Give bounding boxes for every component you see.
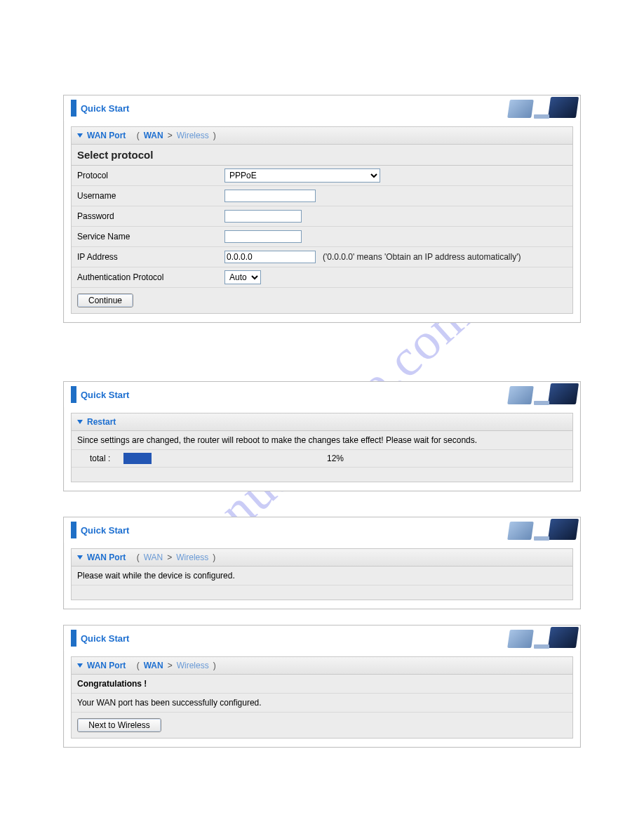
ip-address-input[interactable] [224,251,316,263]
chevron-down-icon [77,420,83,424]
panel-header: Quick Start [64,517,580,543]
breadcrumb-wan[interactable]: WAN [144,131,163,140]
breadcrumb-wireless[interactable]: Wireless [176,552,208,562]
label-username: Username [77,191,224,201]
header-accent [71,100,76,117]
breadcrumb-separator: > [167,552,172,562]
section-header: Restart [72,413,572,431]
auth-protocol-select[interactable]: Auto [224,270,261,284]
configuring-message: Please wait while the device is configur… [72,567,572,585]
breadcrumb-wireless[interactable]: Wireless [177,131,209,140]
progress-label: total : [77,454,123,463]
protocol-select[interactable]: PPPoE [224,168,380,183]
restart-message: Since settings are changed, the router w… [72,431,572,450]
label-ip-address: IP Address [77,252,224,262]
progress-row: total : 12% [72,450,572,468]
row-auth-protocol: Authentication Protocol Auto [72,267,572,288]
spacer [72,585,572,600]
progress-percent: 12% [152,454,344,463]
panel-restart: Quick Start Restart Since settings are c… [63,381,581,491]
panel-header: Quick Start [64,95,580,121]
header-accent [71,386,76,403]
breadcrumb-separator: > [168,661,173,670]
header-accent [71,522,76,538]
header-decoration [482,95,580,121]
page-title: Quick Start [81,390,129,400]
panel-header: Quick Start [64,626,580,651]
header-decoration [482,382,580,407]
breadcrumb-wan[interactable]: WAN [144,552,163,562]
row-service-name: Service Name [72,227,572,247]
breadcrumb-paren-open: ( [137,661,140,670]
label-auth-protocol: Authentication Protocol [77,272,224,282]
service-name-input[interactable] [224,230,302,243]
label-protocol: Protocol [77,171,224,180]
progress-bar [123,453,152,464]
section-header: WAN Port ( WAN > Wireless ) [72,127,572,145]
chevron-down-icon [77,133,83,138]
section-header: WAN Port ( WAN > Wireless ) [72,657,572,675]
panel-congratulations: Quick Start WAN Port ( WAN > Wireless ) … [63,625,581,748]
breadcrumb-separator: > [168,131,173,140]
label-service-name: Service Name [77,232,224,241]
section-wan-port: WAN Port ( WAN > Wireless ) Please wait … [71,548,573,600]
label-password: Password [77,211,224,221]
breadcrumb-paren-open: ( [137,131,140,140]
section-header: WAN Port ( WAN > Wireless ) [72,549,572,567]
panel-configuring: Quick Start WAN Port ( WAN > Wireless ) … [63,517,581,609]
breadcrumb-paren-close: ) [213,661,216,670]
success-message: Your WAN port has been successfully conf… [72,694,572,713]
username-input[interactable] [224,190,316,202]
row-username: Username [72,186,572,206]
congratulations-heading: Congratulations ! [72,675,572,694]
section-title: WAN Port [87,131,126,140]
breadcrumb-wan[interactable]: WAN [144,661,163,670]
breadcrumb-paren-close: ) [213,131,216,140]
panel-select-protocol: Quick Start WAN Port ( WAN > Wireless ) … [63,95,581,323]
section-restart: Restart Since settings are changed, the … [71,413,573,482]
panel-header: Quick Start [64,382,580,407]
section-title: WAN Port [87,661,126,670]
section-title: WAN Port [87,552,126,562]
chevron-down-icon [77,663,83,668]
next-to-wireless-button[interactable]: Next to Wireless [77,718,161,732]
breadcrumb-paren-close: ) [213,552,215,562]
section-wan-port: WAN Port ( WAN > Wireless ) Congratulati… [71,656,573,739]
page-title: Quick Start [81,525,129,536]
page-title: Quick Start [81,103,129,114]
row-password: Password [72,206,572,227]
header-decoration [482,517,580,543]
row-ip-address: IP Address ('0.0.0.0' means 'Obtain an I… [72,247,572,267]
section-wan-port: WAN Port ( WAN > Wireless ) Select proto… [71,126,573,314]
header-accent [71,630,76,647]
continue-button[interactable]: Continue [77,293,133,307]
action-row: Continue [72,288,572,313]
section-title: Restart [87,417,116,427]
spacer [72,468,572,482]
row-protocol: Protocol PPPoE [72,166,572,186]
breadcrumb-paren-open: ( [137,552,140,562]
action-row: Next to Wireless [72,713,572,738]
password-input[interactable] [224,210,302,223]
ip-address-hint: ('0.0.0.0' means 'Obtain an IP address a… [323,252,521,262]
header-decoration [482,626,580,651]
page-title: Quick Start [81,633,129,644]
chevron-down-icon [77,555,83,560]
breadcrumb-wireless[interactable]: Wireless [177,661,209,670]
section-subheader: Select protocol [72,145,572,166]
